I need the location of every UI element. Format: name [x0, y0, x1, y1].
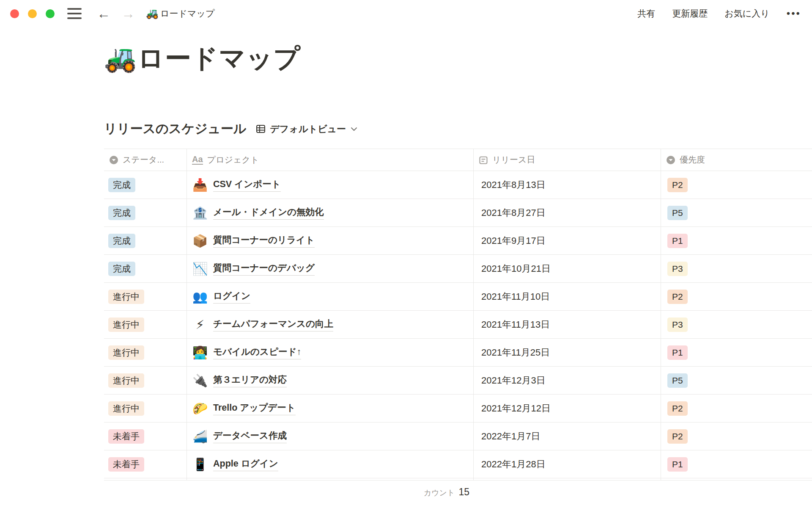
priority-badge[interactable]: P2 — [667, 178, 688, 192]
priority-cell[interactable]: P2 — [661, 395, 812, 422]
share-button[interactable]: 共有 — [637, 8, 655, 19]
release-date-cell[interactable]: 2021年9月17日 — [474, 227, 661, 254]
status-cell[interactable]: 未着手 — [104, 422, 187, 450]
priority-cell[interactable]: P2 — [661, 171, 812, 199]
project-page-link[interactable]: 質問コーナーのリライト — [213, 234, 315, 248]
release-date-cell[interactable]: 2021年10月21日 — [474, 255, 661, 282]
release-date-cell[interactable]: 2022年1月7日 — [474, 422, 661, 450]
status-cell[interactable]: 進行中 — [104, 339, 187, 366]
status-badge[interactable]: 完成 — [108, 262, 135, 276]
project-cell[interactable]: 📱 Apple ログイン — [187, 450, 474, 478]
project-cell[interactable]: 📦 質問コーナーのリライト — [187, 227, 474, 254]
table-row: 進行中 🔌 第３エリアの対応 2021年12月3日 P5 — [104, 367, 812, 395]
priority-badge[interactable]: P3 — [667, 318, 688, 332]
status-cell[interactable]: 未着手 — [104, 450, 187, 478]
release-date-cell[interactable]: 2021年11月13日 — [474, 311, 661, 338]
priority-badge[interactable]: P1 — [667, 345, 688, 360]
project-cell[interactable]: 👩‍💻 モバイルのスピード↑ — [187, 339, 474, 366]
priority-cell[interactable]: P3 — [661, 311, 812, 338]
project-cell[interactable]: ⚡ チームパフォーマンスの向上 — [187, 311, 474, 338]
priority-cell[interactable]: P5 — [661, 199, 812, 226]
release-date-cell[interactable]: 2022年1月28日 — [474, 450, 661, 478]
updates-button[interactable]: 更新履歴 — [672, 8, 708, 19]
status-badge[interactable]: 完成 — [108, 206, 135, 220]
project-cell[interactable]: 🚄 データベース作成 — [187, 422, 474, 450]
priority-cell[interactable]: P1 — [661, 227, 812, 254]
project-page-link[interactable]: データベース作成 — [213, 429, 287, 443]
project-cell[interactable]: 🏦 メール・ドメインの無効化 — [187, 199, 474, 226]
sidebar-toggle-icon[interactable] — [67, 8, 82, 19]
close-window-button[interactable] — [10, 9, 19, 18]
view-switcher[interactable]: デフォルトビュー — [255, 123, 357, 135]
release-date-cell[interactable]: 2021年12月12日 — [474, 395, 661, 422]
column-header-priority[interactable]: 優先度 — [661, 149, 812, 171]
breadcrumb[interactable]: 🚜 ロードマップ — [146, 8, 214, 19]
project-cell[interactable]: 👥 ログイン — [187, 283, 474, 310]
column-header-status[interactable]: ステータ... — [104, 149, 187, 171]
project-page-link[interactable]: 質問コーナーのデバッグ — [213, 262, 315, 276]
page-emoji-icon[interactable]: 🚜 — [104, 45, 137, 72]
window-topbar: ← → 🚜 ロードマップ 共有 更新履歴 お気に入り ••• — [0, 0, 812, 27]
release-date-cell[interactable]: 2021年8月27日 — [474, 199, 661, 226]
priority-badge[interactable]: P2 — [667, 290, 688, 304]
release-date-cell[interactable]: 2021年11月10日 — [474, 283, 661, 310]
project-emoji-icon: ⚡ — [192, 318, 208, 332]
status-badge[interactable]: 進行中 — [108, 373, 144, 388]
collection-title[interactable]: リリースのスケジュール — [104, 120, 246, 138]
status-badge[interactable]: 完成 — [108, 234, 135, 248]
project-page-link[interactable]: メール・ドメインの無効化 — [213, 206, 324, 220]
priority-cell[interactable]: P5 — [661, 367, 812, 394]
priority-badge[interactable]: P2 — [667, 429, 688, 444]
status-badge[interactable]: 進行中 — [108, 345, 144, 360]
status-cell[interactable]: 完成 — [104, 227, 187, 254]
priority-badge[interactable]: P5 — [667, 373, 688, 388]
project-page-link[interactable]: CSV インポート — [213, 178, 281, 192]
project-cell[interactable]: 🌮 Trello アップデート — [187, 395, 474, 422]
back-arrow-icon[interactable]: ← — [97, 7, 110, 20]
status-cell[interactable]: 進行中 — [104, 367, 187, 394]
release-date-value: 2021年11月25日 — [481, 346, 550, 359]
project-page-link[interactable]: 第３エリアの対応 — [213, 373, 287, 387]
status-badge[interactable]: 未着手 — [108, 429, 144, 444]
page-title[interactable]: ロードマップ — [137, 44, 300, 73]
status-cell[interactable]: 進行中 — [104, 395, 187, 422]
status-cell[interactable]: 完成 — [104, 199, 187, 226]
status-cell[interactable]: 進行中 — [104, 311, 187, 338]
project-page-link[interactable]: Trello アップデート — [213, 401, 296, 415]
project-cell[interactable]: 📥 CSV インポート — [187, 171, 474, 199]
project-page-link[interactable]: チームパフォーマンスの向上 — [213, 318, 333, 331]
release-date-cell[interactable]: 2021年11月25日 — [474, 339, 661, 366]
priority-badge[interactable]: P1 — [667, 234, 688, 248]
project-page-link[interactable]: ログイン — [213, 290, 250, 304]
column-header-project[interactable]: Aa プロジェクト — [187, 149, 474, 171]
project-cell[interactable]: 📉 質問コーナーのデバッグ — [187, 255, 474, 282]
status-badge[interactable]: 進行中 — [108, 401, 144, 416]
priority-cell[interactable]: P1 — [661, 339, 812, 366]
status-cell[interactable]: 完成 — [104, 171, 187, 199]
priority-cell[interactable]: P2 — [661, 283, 812, 310]
status-badge[interactable]: 完成 — [108, 178, 135, 192]
priority-cell[interactable]: P3 — [661, 255, 812, 282]
priority-cell[interactable]: P2 — [661, 422, 812, 450]
priority-badge[interactable]: P1 — [667, 457, 688, 472]
column-header-release-date[interactable]: リリース日 — [474, 149, 661, 171]
zoom-window-button[interactable] — [46, 9, 55, 18]
priority-badge[interactable]: P2 — [667, 401, 688, 416]
priority-badge[interactable]: P3 — [667, 262, 688, 276]
priority-badge[interactable]: P5 — [667, 206, 688, 220]
project-page-link[interactable]: モバイルのスピード↑ — [213, 345, 301, 359]
release-date-cell[interactable]: 2021年12月3日 — [474, 367, 661, 394]
column-calculation[interactable]: カウント 15 — [104, 486, 474, 498]
minimize-window-button[interactable] — [28, 9, 37, 18]
status-cell[interactable]: 完成 — [104, 255, 187, 282]
status-cell[interactable]: 進行中 — [104, 283, 187, 310]
more-menu-icon[interactable]: ••• — [787, 8, 801, 19]
status-badge[interactable]: 未着手 — [108, 457, 144, 472]
status-badge[interactable]: 進行中 — [108, 290, 144, 304]
priority-cell[interactable]: P1 — [661, 450, 812, 478]
status-badge[interactable]: 進行中 — [108, 318, 144, 332]
project-page-link[interactable]: Apple ログイン — [213, 457, 278, 471]
favorite-button[interactable]: お気に入り — [724, 8, 769, 19]
project-cell[interactable]: 🔌 第３エリアの対応 — [187, 367, 474, 394]
release-date-cell[interactable]: 2021年8月13日 — [474, 171, 661, 199]
